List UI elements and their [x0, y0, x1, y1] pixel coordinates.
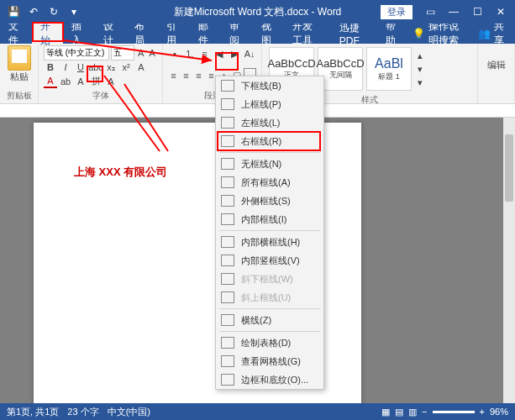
border-inside-v-item[interactable]: 内部竖框线(V): [216, 251, 323, 270]
decrease-indent-button[interactable]: ◀: [213, 47, 226, 60]
tab-mailings[interactable]: 邮件: [190, 24, 222, 44]
login-button[interactable]: 登录: [381, 5, 413, 19]
tab-xunpdf[interactable]: 迅捷PDF: [331, 24, 377, 44]
page-status[interactable]: 第1页, 共1页: [7, 406, 59, 418]
style-nospacing[interactable]: AaBbCcD 无间隔: [318, 47, 363, 91]
document-text-left[interactable]: 上海 XXX 有限公司: [74, 165, 167, 180]
group-clipboard: 粘贴 剪贴板: [0, 44, 39, 103]
border-inside-h-item[interactable]: 内部横框线(H): [216, 233, 323, 251]
superscript-button[interactable]: x²: [119, 60, 133, 74]
bold-button[interactable]: B: [44, 60, 57, 74]
highlight-button[interactable]: ab: [59, 75, 72, 88]
increase-font-icon[interactable]: A: [136, 46, 146, 60]
item-label: 横线(Z): [241, 314, 271, 327]
clear-format-button[interactable]: A: [74, 75, 87, 88]
tab-layout[interactable]: 布局: [126, 24, 158, 44]
underline-button[interactable]: U: [74, 60, 87, 74]
paste-button[interactable]: 粘贴: [5, 45, 33, 83]
font-group-label: 字体: [44, 88, 157, 102]
border-outside-icon: [221, 195, 234, 207]
minimize-icon[interactable]: —: [443, 3, 465, 21]
tab-developer[interactable]: 开发工具: [284, 24, 330, 44]
horizontal-line-item[interactable]: 横线(Z): [216, 311, 323, 329]
increase-indent-button[interactable]: ▶: [228, 47, 241, 60]
item-label: 左框线(L): [241, 117, 280, 129]
border-bottom-item[interactable]: 下框线(B): [216, 76, 323, 95]
style-heading1[interactable]: AaBl 标题 1: [366, 47, 412, 91]
item-label: 内部框线(I): [241, 213, 286, 226]
horizontal-line-icon: [221, 314, 234, 326]
tab-home[interactable]: 开始: [32, 24, 64, 44]
tab-design[interactable]: 设计: [95, 24, 127, 44]
border-all-item[interactable]: 所有框线(A): [216, 173, 323, 192]
border-left-item[interactable]: 左框线(L): [216, 113, 323, 132]
zoom-in-icon[interactable]: +: [480, 407, 485, 417]
quick-access-toolbar: 💾 ↶ ↻ ▾: [0, 3, 87, 20]
scrollbar-thumb[interactable]: [505, 134, 513, 202]
text-effects-button[interactable]: A: [134, 60, 148, 74]
draw-table-item[interactable]: 绘制表格(D): [216, 333, 323, 352]
item-label: 外侧框线(S): [241, 195, 291, 207]
view-gridlines-item[interactable]: 查看网格线(G): [216, 352, 323, 370]
border-all-icon: [221, 176, 234, 188]
sort-button[interactable]: A↓: [243, 47, 256, 60]
item-label: 绘制表格(D): [241, 337, 291, 349]
tab-help[interactable]: 帮助: [377, 24, 409, 44]
styles-up-icon[interactable]: ▴: [413, 49, 427, 62]
multilevel-button[interactable]: ≡: [198, 47, 212, 60]
status-bar: 第1页, 共1页 23 个字 中文(中国) ▦ ▤ ▥ − + 96%: [0, 403, 515, 420]
strike-button[interactable]: abc: [89, 60, 102, 74]
redo-icon[interactable]: ↻: [45, 3, 62, 20]
border-outside-item[interactable]: 外侧框线(S): [216, 192, 323, 210]
align-right-button[interactable]: ≡: [193, 69, 204, 82]
maximize-icon[interactable]: ☐: [466, 3, 488, 21]
phonetic-button[interactable]: 拼: [89, 75, 102, 88]
char-border-button[interactable]: A: [104, 75, 118, 88]
ribbon-options-icon[interactable]: ▭: [419, 3, 441, 21]
paste-label: 粘贴: [10, 71, 29, 83]
tab-review[interactable]: 审阅: [221, 24, 253, 44]
decrease-font-icon[interactable]: A: [148, 46, 158, 60]
border-none-item[interactable]: 无框线(N): [216, 155, 323, 173]
subscript-button[interactable]: x₂: [104, 60, 118, 74]
numbering-button[interactable]: 1.: [183, 47, 197, 60]
align-left-button[interactable]: ≡: [168, 69, 179, 82]
borders-shading-item[interactable]: 边框和底纹(O)...: [216, 370, 323, 389]
language-status[interactable]: 中文(中国): [108, 406, 150, 418]
align-center-button[interactable]: ≡: [181, 69, 192, 82]
style-preview: AaBl: [375, 56, 403, 71]
undo-icon[interactable]: ↶: [25, 3, 42, 20]
border-right-item[interactable]: 右框线(R): [216, 132, 323, 150]
save-icon[interactable]: 💾: [5, 3, 22, 20]
border-inside-item[interactable]: 内部框线(I): [216, 210, 323, 228]
zoom-out-icon[interactable]: −: [422, 407, 427, 417]
styles-down-icon[interactable]: ▾: [413, 62, 427, 76]
close-icon[interactable]: ✕: [490, 3, 512, 21]
zoom-level[interactable]: 96%: [490, 407, 508, 417]
qat-more-icon[interactable]: ▾: [66, 3, 82, 20]
italic-button[interactable]: I: [59, 60, 72, 74]
zoom-slider[interactable]: [433, 411, 475, 413]
window-title: 新建Microsoft Word 文档.docx - Word: [174, 5, 342, 19]
borders-dropdown: 下框线(B) 上框线(P) 左框线(L) 右框线(R) 无框线(N) 所有框线(…: [215, 76, 324, 390]
font-color-button[interactable]: A: [44, 75, 57, 88]
borders-shading-icon: [221, 374, 234, 386]
vertical-scrollbar[interactable]: [503, 118, 515, 403]
tab-references[interactable]: 引用: [158, 24, 190, 44]
view-read-icon[interactable]: ▤: [395, 407, 403, 417]
tab-file[interactable]: 文件: [0, 24, 32, 44]
view-print-icon[interactable]: ▦: [381, 407, 390, 417]
view-web-icon[interactable]: ▥: [408, 407, 417, 417]
editing-button[interactable]: 编辑: [483, 45, 509, 71]
font-name-select[interactable]: [44, 45, 109, 60]
tab-view[interactable]: 视图: [253, 24, 285, 44]
font-size-select[interactable]: [111, 45, 134, 60]
word-count[interactable]: 23 个字: [67, 406, 98, 418]
style-preview: AaBbCcD: [316, 57, 364, 70]
tab-insert[interactable]: 插入: [63, 24, 95, 44]
border-top-item[interactable]: 上框线(P): [216, 95, 323, 113]
style-label: 无间隔: [329, 70, 352, 81]
bullets-button[interactable]: •: [168, 47, 181, 60]
item-label: 右框线(R): [241, 135, 281, 148]
styles-more-icon[interactable]: ▾: [413, 76, 427, 89]
